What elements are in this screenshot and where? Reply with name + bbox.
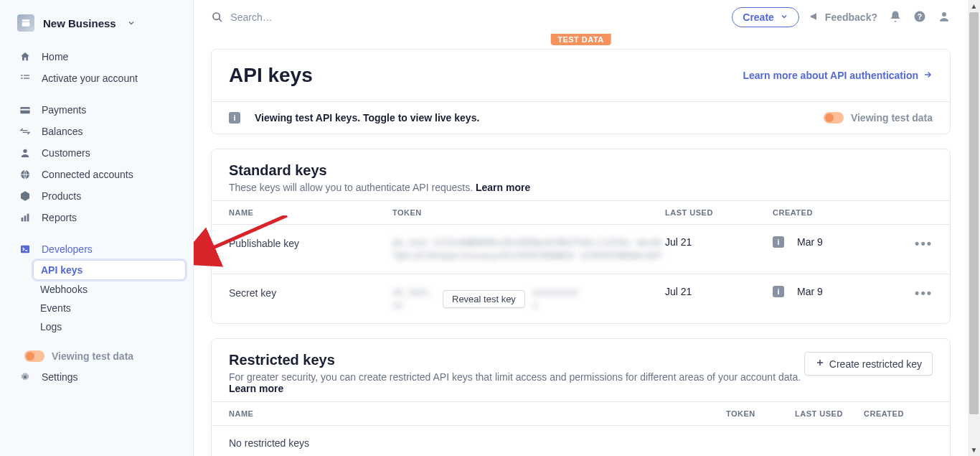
- restricted-keys-card: Restricted keys For greater security, yo…: [211, 338, 951, 456]
- nav-label: Connected accounts: [42, 169, 133, 180]
- notice-toggle[interactable]: Viewing test data: [824, 112, 933, 124]
- button-label: Create restricted key: [829, 358, 922, 370]
- chevron-down-icon: [780, 11, 788, 23]
- nav-connected[interactable]: Connected accounts: [7, 164, 186, 185]
- svg-point-8: [23, 149, 27, 153]
- nav-home[interactable]: Home: [7, 46, 186, 68]
- empty-state: No restricted keys: [212, 426, 950, 456]
- checklist-icon: [19, 72, 32, 85]
- gear-icon: [19, 371, 32, 383]
- col-last-used: LAST USED: [665, 208, 773, 217]
- nav-label: Customers: [42, 147, 90, 159]
- key-token-blurred: sk_test_xx: [392, 286, 435, 312]
- nav-label: Payments: [42, 104, 86, 116]
- feedback-button[interactable]: Feedback?: [809, 11, 877, 24]
- col-name: NAME: [229, 208, 392, 217]
- scrollbar-thumb[interactable]: [969, 12, 979, 414]
- nav-label: Products: [42, 190, 81, 202]
- nav-customers[interactable]: Customers: [7, 142, 186, 164]
- create-restricted-button[interactable]: Create restricted key: [804, 352, 933, 376]
- search-container: [211, 11, 722, 24]
- table-row: Publishable key pk_test_51ISx6HBHkREoJ0c…: [212, 225, 950, 274]
- scrollbar[interactable]: ▲ ▼: [968, 0, 980, 456]
- page-header-card: API keys Learn more about API authentica…: [211, 49, 951, 134]
- box-icon: [19, 190, 32, 203]
- col-token: TOKEN: [726, 409, 795, 418]
- notice-right-label: Viewing test data: [851, 112, 933, 124]
- learn-auth-link[interactable]: Learn more about API authentication: [743, 70, 933, 82]
- nav-api-keys[interactable]: API keys: [33, 260, 186, 280]
- card-icon: [19, 103, 32, 116]
- col-token: TOKEN: [392, 208, 665, 217]
- search-icon: [211, 11, 223, 24]
- toggle-icon[interactable]: [824, 112, 844, 124]
- main-content: Create Feedback? ? TEST DATA API keys: [194, 0, 968, 456]
- scroll-up-icon[interactable]: ▲: [968, 0, 980, 12]
- nav-label: Balances: [42, 126, 83, 137]
- nav-products[interactable]: Products: [7, 185, 186, 207]
- key-last-used: Jul 21: [665, 236, 773, 248]
- nav-payments[interactable]: Payments: [7, 99, 186, 121]
- svg-rect-1: [22, 22, 30, 27]
- reveal-key-button[interactable]: Reveal test key: [443, 290, 525, 308]
- col-created: CREATED: [773, 208, 895, 217]
- svg-rect-2: [21, 75, 23, 75]
- key-created: Mar 9: [797, 286, 823, 297]
- nav-reports[interactable]: Reports: [7, 207, 186, 228]
- user-icon: [19, 146, 32, 159]
- nav-webhooks[interactable]: Webhooks: [33, 280, 186, 299]
- svg-rect-12: [27, 214, 29, 222]
- learn-more-link[interactable]: Learn more: [476, 182, 530, 193]
- standard-title: Standard keys: [229, 162, 933, 179]
- col-last-used: LAST USED: [795, 409, 864, 418]
- link-label: Learn more about API authentication: [743, 70, 918, 81]
- sidebar-test-mode[interactable]: Viewing test data: [7, 346, 186, 366]
- chevron-down-icon: [125, 17, 138, 29]
- nav-label: Settings: [42, 371, 78, 383]
- topbar: Create Feedback? ?: [194, 0, 968, 34]
- create-button[interactable]: Create: [732, 7, 799, 27]
- business-name: New Business: [43, 17, 116, 29]
- nav-label: Activate your account: [42, 73, 138, 84]
- svg-rect-0: [22, 19, 30, 21]
- toggle-icon[interactable]: [24, 350, 44, 362]
- nav-settings[interactable]: Settings: [7, 366, 186, 388]
- restricted-title: Restricted keys: [229, 352, 801, 368]
- col-created: CREATED: [864, 409, 933, 418]
- key-last-used: Jul 21: [665, 286, 773, 297]
- restricted-subtitle: For greater security, you can create res…: [229, 371, 801, 394]
- standard-table-header: NAME TOKEN LAST USED CREATED: [212, 200, 950, 225]
- globe-icon: [19, 168, 32, 181]
- svg-rect-10: [22, 218, 24, 221]
- key-name: Publishable key: [229, 236, 392, 249]
- standard-subtitle: These keys will allow you to authenticat…: [229, 182, 933, 193]
- sidebar: New Business Home Activate your account …: [0, 0, 194, 456]
- info-icon: i: [773, 286, 784, 297]
- learn-more-link[interactable]: Learn more: [229, 383, 283, 394]
- search-input[interactable]: [230, 11, 722, 23]
- test-data-badge: TEST DATA: [550, 34, 611, 45]
- business-switcher[interactable]: New Business: [0, 9, 193, 43]
- nav-logs[interactable]: Logs: [33, 317, 186, 336]
- key-token-blurred[interactable]: pk_test_51ISx6HBHkREoJ0cGEEWacKJR0JThdcc…: [392, 236, 665, 262]
- nav-developers[interactable]: Developers: [7, 238, 186, 260]
- svg-rect-13: [21, 246, 29, 253]
- info-icon: i: [229, 112, 240, 124]
- nav-events[interactable]: Events: [33, 299, 186, 317]
- nav-label: Home: [42, 51, 68, 62]
- help-icon[interactable]: ?: [913, 10, 926, 25]
- business-logo-icon: [17, 14, 34, 32]
- nav-activate[interactable]: Activate your account: [7, 68, 186, 89]
- table-row: Secret key sk_test_xx Reveal test key xx…: [212, 274, 950, 323]
- row-menu-icon[interactable]: •••: [915, 286, 933, 300]
- row-menu-icon[interactable]: •••: [915, 236, 933, 251]
- nav-label: Events: [40, 302, 71, 314]
- standard-keys-card: Standard keys These keys will allow you …: [211, 149, 951, 324]
- nav-balances[interactable]: Balances: [7, 121, 186, 142]
- profile-icon[interactable]: [938, 10, 951, 25]
- key-name: Secret key: [229, 286, 392, 299]
- bell-icon[interactable]: [889, 10, 902, 25]
- scroll-down-icon[interactable]: ▼: [968, 444, 980, 456]
- key-token-blurred: xxxxxxxxxx: [532, 286, 583, 312]
- nav-label: Developers: [42, 243, 93, 255]
